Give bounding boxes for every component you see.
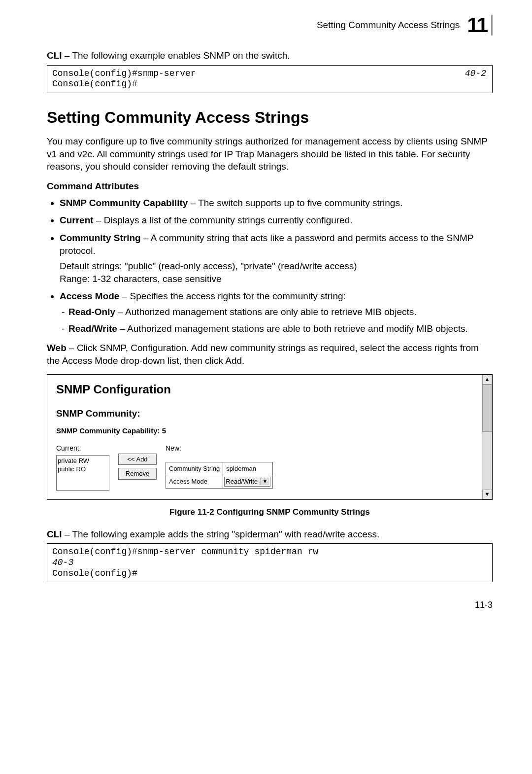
command-attributes-heading: Command Attributes <box>47 180 493 193</box>
default-strings-note: Default strings: "public" (read-only acc… <box>60 260 493 273</box>
attributes-list: SNMP Community Capability – The switch s… <box>47 197 493 335</box>
snmp-config-screenshot: SNMP Configuration SNMP Community: SNMP … <box>47 374 493 500</box>
access-mode-label: Access Mode <box>166 475 223 489</box>
community-string-label: Community String <box>166 462 223 475</box>
web-prefix: Web <box>47 343 66 353</box>
sub-list: Read-Only – Authorized management statio… <box>60 306 493 335</box>
cli-prefix: CLI <box>47 50 62 61</box>
code-ref: 40-2 <box>465 69 486 79</box>
community-capability: SNMP Community Capability: 5 <box>56 426 476 436</box>
current-listbox[interactable]: private RW public RO <box>56 455 109 491</box>
list-item: Community String – A community string th… <box>60 232 493 285</box>
new-label: New: <box>166 444 273 453</box>
code-ref-inline: 40-3 <box>52 558 487 568</box>
running-head: Setting Community Access Strings <box>317 19 460 32</box>
list-item[interactable]: public RO <box>58 465 108 474</box>
cli-intro-1: CLI – The following example enables SNMP… <box>47 49 493 62</box>
current-label: Current: <box>56 444 109 453</box>
code-line: Console(config)#snmp-server community sp… <box>52 547 487 558</box>
list-item: Read-Only – Authorized management statio… <box>68 306 493 318</box>
code-line: Console(config)# <box>52 79 487 90</box>
chevron-down-icon: ▼ <box>261 478 269 485</box>
remove-button[interactable]: Remove <box>118 468 157 480</box>
screenshot-title: SNMP Configuration <box>56 382 476 397</box>
new-entry-form: Community String Access Mode Read/Write … <box>166 462 273 489</box>
snmp-community-heading: SNMP Community: <box>56 407 476 420</box>
figure-caption: Figure 11-2 Configuring SNMP Community S… <box>47 507 493 518</box>
code-line: Console(config)#snmp-server <box>52 69 487 79</box>
cli-desc: – The following example enables SNMP on … <box>62 50 290 61</box>
list-item: Read/Write – Authorized management stati… <box>68 322 493 335</box>
page-header: Setting Community Access Strings 11 <box>47 15 493 35</box>
scroll-down-icon[interactable]: ▼ <box>482 490 492 499</box>
add-button[interactable]: << Add <box>118 454 157 465</box>
list-item: Access Mode – Specifies the access right… <box>60 290 493 335</box>
range-note: Range: 1-32 characters, case sensitive <box>60 273 493 285</box>
page-number: 11-3 <box>47 599 493 611</box>
list-item: SNMP Community Capability – The switch s… <box>60 197 493 210</box>
intro-paragraph: You may configure up to five community s… <box>47 135 493 173</box>
community-string-input[interactable] <box>226 465 269 472</box>
access-mode-select[interactable]: Read/Write ▼ <box>224 477 270 487</box>
scrollbar[interactable]: ▲ ▼ <box>482 375 492 499</box>
web-instructions: Web – Click SNMP, Configuration. Add new… <box>47 342 493 367</box>
section-title: Setting Community Access Strings <box>47 107 493 128</box>
list-item[interactable]: private RW <box>58 457 108 465</box>
cli-prefix: CLI <box>47 529 62 539</box>
scroll-track[interactable] <box>482 385 492 490</box>
scroll-thumb[interactable] <box>482 385 492 432</box>
code-block-1: Console(config)#snmp-server Console(conf… <box>47 65 493 93</box>
list-item: Current – Displays a list of the communi… <box>60 214 493 227</box>
cli-intro-2: CLI – The following example adds the str… <box>47 528 493 541</box>
chapter-number: 11 <box>467 15 493 35</box>
code-block-2: Console(config)#snmp-server community sp… <box>47 543 493 582</box>
code-line: Console(config)# <box>52 568 487 579</box>
scroll-up-icon[interactable]: ▲ <box>482 375 492 385</box>
